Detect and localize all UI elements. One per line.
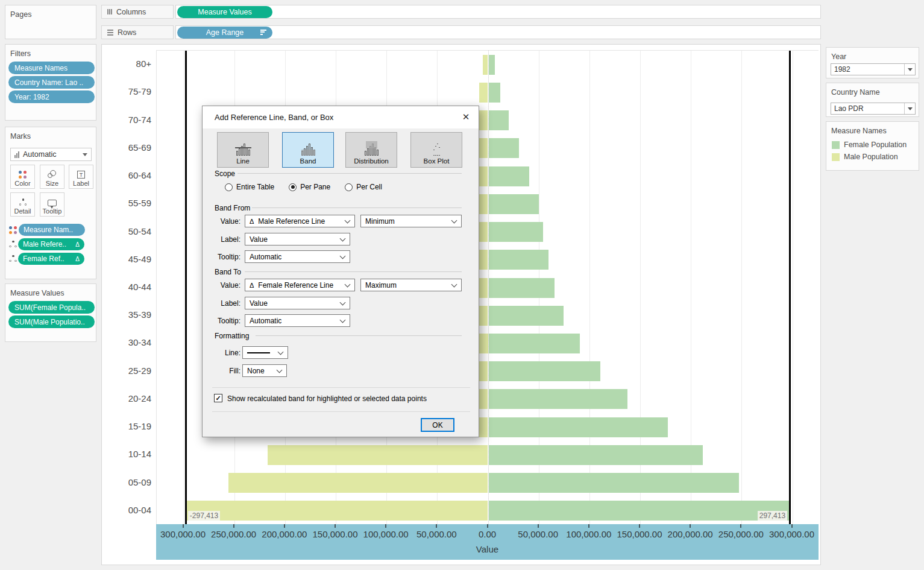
formatting-section-label: Formatting	[215, 332, 249, 340]
row-label-25-29: 25-29	[102, 366, 151, 376]
band-from-label-dropdown[interactable]: Value	[245, 233, 350, 245]
bar-female-45-49[interactable]	[489, 250, 548, 270]
ok-button[interactable]: OK	[421, 418, 454, 432]
dropdown-button[interactable]	[904, 64, 915, 75]
bar-female-25-29[interactable]	[489, 361, 600, 381]
bar-female-40-44[interactable]	[489, 278, 555, 298]
band-to-tooltip-dropdown[interactable]: Automatic	[245, 314, 350, 327]
axis-tick	[487, 524, 488, 528]
legend-swatch	[832, 153, 840, 161]
pages-card: Pages	[5, 5, 96, 39]
columns-shelf[interactable]: Measure Values	[175, 5, 821, 19]
reference-line[interactable]	[789, 51, 791, 524]
bar-female-35-39[interactable]	[489, 306, 564, 326]
bar-female-70-74[interactable]	[489, 110, 509, 130]
columns-pill-measure-values[interactable]: Measure Values	[177, 6, 272, 18]
bar-female-10-14[interactable]	[489, 445, 703, 465]
rows-icon	[107, 30, 113, 36]
sort-descending-icon[interactable]	[260, 30, 266, 35]
chevron-down-icon	[340, 317, 346, 323]
mark-button-detail[interactable]: Detail	[10, 192, 35, 217]
band-from-aggregation-dropdown[interactable]: Minimum	[360, 215, 462, 227]
scope-radio-entire-table[interactable]: Entire Table	[225, 183, 274, 191]
gridline	[741, 51, 742, 524]
mark-button-label[interactable]: TLabel	[69, 165, 93, 189]
add-reference-line-dialog: Add Reference Line, Band, or Box ✕ LineB…	[202, 106, 479, 437]
year-dropdown[interactable]: 1982	[831, 63, 916, 75]
rows-pill-age-range[interactable]: Age Range	[177, 27, 272, 39]
pill-sum-female-popula-[interactable]: SUM(Female Popula..	[8, 301, 95, 314]
tooltip-icon	[48, 200, 57, 206]
pill-sum-male-populatio-[interactable]: SUM(Male Populatio..	[8, 315, 95, 328]
reference-type-tab-line[interactable]: Line	[217, 132, 269, 168]
bar-male-00-04[interactable]	[186, 501, 488, 521]
mark-type-dropdown[interactable]: Automatic	[10, 148, 92, 161]
pill-year-1982[interactable]: Year: 1982	[8, 90, 95, 103]
delta-icon: Δ	[250, 218, 254, 225]
bar-female-05-09[interactable]	[489, 473, 740, 493]
pill-measure-names[interactable]: Measure Names	[8, 62, 95, 74]
bar-male-10-14[interactable]	[268, 445, 488, 465]
bar-male-05-09[interactable]	[228, 473, 488, 493]
band-from-value-dropdown[interactable]: Δ Male Reference Line	[245, 215, 355, 227]
bar-female-75-79[interactable]	[489, 83, 501, 103]
chevron-down-icon	[345, 282, 351, 288]
bar-female-00-04[interactable]	[489, 501, 791, 521]
radio-label: Entire Table	[236, 183, 274, 191]
dropdown-button[interactable]	[904, 103, 915, 114]
value-axis-highlighted[interactable]: 300,000.00250,000.00200,000.00150,000.00…	[156, 524, 819, 560]
legend-item-male-population[interactable]: Male Population	[826, 151, 919, 163]
bar-female-20-24[interactable]	[489, 389, 628, 409]
legend-swatch	[832, 141, 840, 149]
bar-female-30-34[interactable]	[489, 334, 580, 353]
bar-female-60-64[interactable]	[489, 166, 529, 186]
band-from-tooltip-label: Tooltip:	[203, 253, 240, 261]
reference-type-tab-band[interactable]: Band	[282, 132, 334, 168]
legend-item-female-population[interactable]: Female Population	[826, 139, 919, 151]
marks-card: Marks Automatic ColorSizeTLabelDetailToo…	[5, 127, 96, 279]
mark-button-color[interactable]: Color	[10, 165, 35, 189]
reference-type-tab-distribution[interactable]: Distribution	[345, 132, 397, 168]
bar-female-50-54[interactable]	[489, 222, 544, 242]
scope-radio-group: Entire TablePer PanePer Cell	[225, 183, 382, 191]
scope-radio-per-pane[interactable]: Per Pane	[289, 183, 330, 191]
mark-button-tooltip[interactable]: Tooltip	[40, 192, 64, 217]
dialog-titlebar[interactable]: Add Reference Line, Band, or Box	[203, 106, 479, 128]
fill-value: None	[247, 367, 265, 375]
bar-male-80plus[interactable]	[483, 55, 488, 75]
recalculated-band-checkbox[interactable]: ✓	[214, 394, 222, 402]
rows-shelf[interactable]: Age Range	[175, 25, 821, 39]
tableau-workspace: Pages Filters Measure NamesCountry Name:…	[0, 0, 924, 570]
bar-female-65-69[interactable]	[489, 138, 520, 158]
line-icon	[236, 141, 250, 156]
year-filter-card: Year 1982	[826, 47, 919, 78]
reference-type-tab-box-plot[interactable]: Box Plot	[410, 132, 462, 168]
chevron-down-icon	[908, 107, 913, 110]
legend-title: Measure Names	[826, 122, 919, 135]
marks-pill-female-ref-[interactable]: Female Ref..Δ	[18, 253, 84, 265]
marks-pill-male-refere-[interactable]: Male Refere..Δ	[18, 238, 84, 250]
reference-line[interactable]	[185, 51, 187, 524]
pill-country-name-lao-[interactable]: Country Name: Lao ..	[8, 76, 95, 89]
bar-female-55-59[interactable]	[489, 194, 539, 214]
axis-tick-label: 50,000.00	[518, 529, 558, 539]
bar-female-15-19[interactable]	[489, 417, 668, 437]
row-label-40-44: 40-44	[102, 282, 151, 292]
pill-label: Female Ref..	[23, 255, 75, 263]
axis-tick-label: 150,000.00	[617, 529, 662, 539]
band-to-label-dropdown[interactable]: Value	[245, 297, 350, 309]
bar-female-80plus[interactable]	[489, 55, 495, 75]
country-dropdown[interactable]: Lao PDR	[831, 103, 916, 115]
chevron-down-icon	[340, 253, 346, 259]
scope-radio-per-cell[interactable]: Per Cell	[345, 183, 382, 191]
marks-pill-measure-nam-[interactable]: Measure Nam..	[19, 224, 85, 236]
line-style-dropdown[interactable]	[242, 346, 288, 359]
close-icon[interactable]: ✕	[458, 110, 474, 124]
bar-male-75-79[interactable]	[479, 83, 488, 103]
mark-button-size[interactable]: Size	[40, 165, 64, 189]
row-label-65-69: 65-69	[102, 142, 151, 153]
band-to-value-dropdown[interactable]: Δ Female Reference Line	[245, 279, 355, 291]
band-from-tooltip-dropdown[interactable]: Automatic	[245, 250, 350, 263]
fill-dropdown[interactable]: None	[242, 364, 287, 377]
band-to-aggregation-dropdown[interactable]: Maximum	[360, 279, 462, 291]
